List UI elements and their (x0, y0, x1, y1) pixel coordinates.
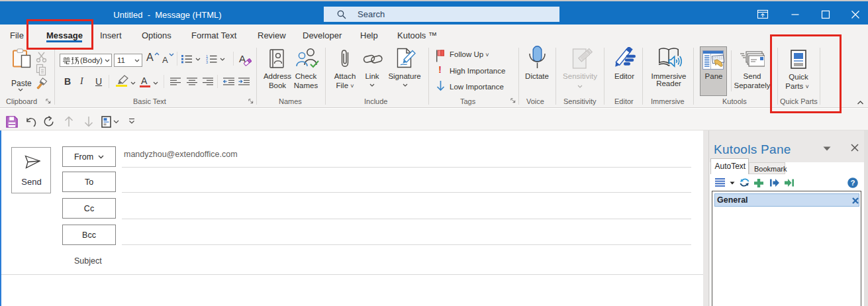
svg-text:3: 3 (206, 60, 208, 64)
svg-text:?: ? (850, 179, 855, 187)
